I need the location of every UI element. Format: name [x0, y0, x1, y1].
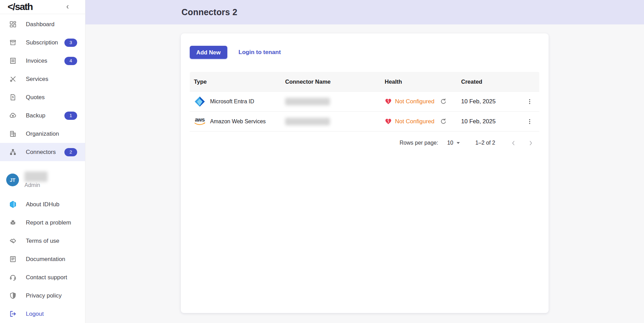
pagination: Rows per page: 10 1–2 of 2 [190, 132, 539, 154]
created-date: 10 Feb, 2025 [461, 118, 521, 125]
count-badge: 4 [64, 57, 77, 65]
connector-name-cell [285, 118, 385, 125]
sidebar-item-label: Subscription [26, 39, 64, 46]
actions-row: Add New Login to tenant [190, 46, 539, 59]
count-badge: 1 [64, 112, 77, 120]
sidebar-item-label: Quotes [26, 94, 77, 101]
next-page-button[interactable] [526, 138, 536, 148]
sidebar-item-organization[interactable]: Organization [0, 125, 85, 143]
sidebar-item-quotes[interactable]: $ Quotes [0, 88, 85, 106]
rows-per-page-value: 10 [447, 140, 453, 146]
sidebar-item-label: Terms of use [26, 238, 77, 244]
sidebar-item-label: Privacy policy [26, 292, 77, 299]
sidebar-item-backup[interactable]: Backup 1 [0, 106, 85, 125]
backup-icon [9, 112, 17, 120]
sidebar-item-privacy-policy[interactable]: Privacy policy [0, 286, 85, 305]
sidebar-item-report-a-problem[interactable]: Report a problem [0, 213, 85, 232]
user-role-label: Admin [24, 182, 48, 188]
sidebar-item-terms-of-use[interactable]: Terms of use [0, 232, 85, 250]
count-badge: 3 [64, 39, 77, 47]
table-row: Microsoft Entra ID Not Configured 10 Feb… [190, 91, 539, 111]
type-cell: Microsoft Entra ID [190, 96, 285, 107]
refresh-icon[interactable] [439, 97, 448, 106]
sidebar-item-label: Services [26, 76, 77, 83]
sidebar-item-about-idhub[interactable]: About IDHub [0, 195, 85, 213]
sidebar-item-invoices[interactable]: Invoices 4 [0, 52, 85, 70]
logout-icon [9, 310, 17, 318]
sidebar: </sath Dashboard Subscription 3 Invoices… [0, 0, 85, 323]
sidebar-item-connectors[interactable]: Connectors 2 [0, 143, 85, 161]
connector-type-label: Amazon Web Services [210, 118, 266, 125]
svg-text:$: $ [12, 95, 14, 99]
column-header-type: Type [190, 79, 285, 85]
idhub-hexagon-icon [9, 200, 17, 209]
kebab-menu-icon[interactable] [525, 97, 534, 106]
redacted-user-name [24, 171, 48, 182]
handshake-icon [9, 237, 17, 245]
health-status-label: Not Configured [395, 98, 434, 105]
rows-per-page-select[interactable]: 10 [447, 140, 460, 146]
page-title: Connectors 2 [181, 7, 237, 17]
sidebar-header: </sath [0, 0, 85, 14]
add-new-button[interactable]: Add New [190, 46, 227, 59]
health-cell: Not Configured [385, 97, 461, 106]
connector-type-label: Microsoft Entra ID [210, 98, 254, 105]
aws-logo: aws [194, 116, 206, 127]
subscription-icon [9, 39, 17, 47]
created-date: 10 Feb, 2025 [461, 98, 521, 105]
secondary-nav: About IDHub Report a problem Terms of us… [0, 195, 85, 323]
sidebar-item-label: Connectors [26, 149, 64, 156]
type-cell: aws Amazon Web Services [190, 116, 285, 127]
sidebar-item-label: Report a problem [26, 219, 77, 226]
dashboard-icon [9, 20, 17, 29]
chevron-left-icon [510, 139, 517, 147]
entra-logo [194, 96, 206, 107]
document-icon [9, 255, 17, 263]
connectors-table: Type Connector Name Health Created Micro… [190, 72, 539, 132]
bug-icon [9, 219, 17, 227]
sidebar-item-documentation[interactable]: Documentation [0, 250, 85, 268]
refresh-icon[interactable] [439, 117, 448, 126]
app-window: </sath Dashboard Subscription 3 Invoices… [0, 0, 644, 323]
sidebar-item-label: Backup [26, 112, 64, 119]
sidebar-item-label: Dashboard [26, 21, 77, 28]
chevron-left-icon [64, 4, 71, 10]
topbar: Connectors 2 [85, 0, 644, 24]
headset-icon [9, 273, 17, 282]
connectors-card: Add New Login to tenant Type Connector N… [181, 33, 549, 313]
sidebar-item-dashboard[interactable]: Dashboard [0, 15, 85, 33]
count-badge: 2 [64, 148, 77, 156]
login-to-tenant-link[interactable]: Login to tenant [239, 49, 281, 56]
sidebar-item-logout[interactable]: Logout [0, 305, 85, 323]
redacted-connector-name [285, 118, 330, 125]
broken-heart-icon [385, 98, 392, 105]
table-header: Type Connector Name Health Created [190, 72, 539, 91]
user-block[interactable]: JT Admin [0, 161, 85, 192]
services-icon [9, 75, 17, 83]
shield-icon [9, 292, 17, 300]
kebab-menu-icon[interactable] [525, 117, 534, 126]
sidebar-item-label: Documentation [26, 256, 77, 263]
sidebar-item-contact-support[interactable]: Contact support [0, 268, 85, 286]
sidebar-item-label: Contact support [26, 274, 77, 281]
connector-name-cell [285, 98, 385, 105]
organization-icon [9, 130, 17, 138]
quotes-icon: $ [9, 93, 17, 102]
connectors-icon [9, 148, 17, 156]
sidebar-item-label: Logout [26, 311, 77, 317]
avatar: JT [6, 174, 19, 186]
previous-page-button[interactable] [508, 138, 518, 148]
primary-nav: Dashboard Subscription 3 Invoices 4 Serv… [0, 14, 85, 161]
sidebar-item-subscription[interactable]: Subscription 3 [0, 33, 85, 52]
health-cell: Not Configured [385, 117, 461, 126]
rows-per-page-label: Rows per page: [399, 140, 438, 146]
sidebar-item-services[interactable]: Services [0, 70, 85, 88]
column-header-health: Health [385, 79, 461, 85]
redacted-connector-name [285, 98, 330, 105]
sidebar-item-label: Organization [26, 131, 77, 137]
table-row: aws Amazon Web Services Not Configured 1… [190, 111, 539, 131]
sidebar-item-label: Invoices [26, 58, 64, 64]
sidebar-collapse-button[interactable] [64, 3, 71, 11]
health-status-label: Not Configured [395, 118, 434, 125]
chevron-right-icon [527, 139, 534, 147]
